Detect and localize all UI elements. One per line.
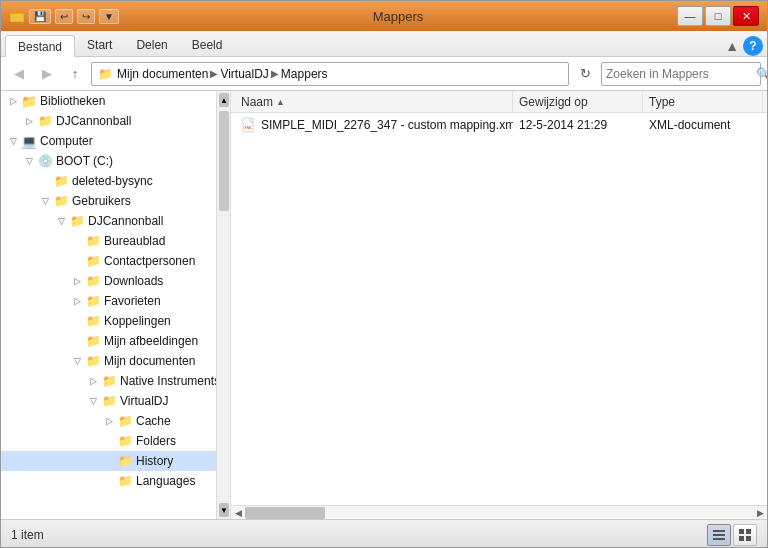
scroll-left-button[interactable]: ◀ bbox=[231, 506, 245, 520]
app-icon bbox=[9, 8, 25, 24]
address-bar: ◀ ▶ ↑ 📁 Mijn documenten ▶ VirtualDJ ▶ Ma… bbox=[1, 57, 767, 91]
folder-icon: 📁 bbox=[85, 333, 101, 349]
sidebar-label: VirtualDJ bbox=[120, 394, 168, 408]
scroll-track[interactable] bbox=[245, 506, 753, 519]
redo-button[interactable]: ↪ bbox=[77, 9, 95, 24]
folder-icon: 📁 bbox=[53, 173, 69, 189]
expand-icon-empty bbox=[101, 433, 117, 449]
sidebar-item-boot-c[interactable]: ▽ 💿 BOOT (C:) bbox=[1, 151, 216, 171]
expand-icon[interactable]: ▷ bbox=[5, 93, 21, 109]
sidebar-item-deleted-bysync[interactable]: 📁 deleted-bysync bbox=[1, 171, 216, 191]
quick-access-more[interactable]: ▼ bbox=[99, 9, 119, 24]
sidebar-item-gebruikers[interactable]: ▽ 📁 Gebruikers bbox=[1, 191, 216, 211]
minimize-button[interactable]: — bbox=[677, 6, 703, 26]
undo-button[interactable]: ↩ bbox=[55, 9, 73, 24]
ribbon-right: ▲ ? bbox=[725, 36, 763, 56]
expand-icon-empty bbox=[101, 473, 117, 489]
save-button[interactable]: 💾 bbox=[29, 9, 51, 24]
path-segment-1[interactable]: VirtualDJ ▶ bbox=[220, 67, 280, 81]
details-view-button[interactable] bbox=[707, 524, 731, 546]
expand-icon[interactable]: ▷ bbox=[69, 293, 85, 309]
sidebar-item-bibliotheken[interactable]: ▷ 📁 Bibliotheken bbox=[1, 91, 216, 111]
expand-icon[interactable]: ▷ bbox=[21, 113, 37, 129]
forward-button[interactable]: ▶ bbox=[35, 62, 59, 86]
scroll-right-button[interactable]: ▶ bbox=[753, 506, 767, 520]
tab-start[interactable]: Start bbox=[75, 34, 124, 56]
col-header-type[interactable]: Type bbox=[643, 91, 763, 112]
window-title: Mappers bbox=[119, 9, 677, 24]
svg-rect-8 bbox=[739, 536, 744, 541]
sidebar-item-languages[interactable]: 📁 Languages bbox=[1, 471, 216, 491]
large-icon-view-button[interactable] bbox=[733, 524, 757, 546]
folder-icon: 📁 bbox=[117, 453, 133, 469]
svg-rect-5 bbox=[713, 538, 725, 540]
sidebar-item-history[interactable]: 📁 History bbox=[1, 451, 216, 471]
sidebar-scrollbar[interactable]: ▲ ▼ bbox=[216, 91, 230, 519]
sidebar-label: Koppelingen bbox=[104, 314, 171, 328]
svg-rect-0 bbox=[10, 13, 24, 22]
help-button[interactable]: ? bbox=[743, 36, 763, 56]
sidebar-item-folders[interactable]: 📁 Folders bbox=[1, 431, 216, 451]
sort-arrow: ▲ bbox=[276, 97, 285, 107]
file-name-cell: XML SIMPLE_MIDI_2276_347 - custom mappin… bbox=[235, 117, 513, 133]
close-button[interactable]: ✕ bbox=[733, 6, 759, 26]
sidebar-item-computer[interactable]: ▽ 💻 Computer bbox=[1, 131, 216, 151]
col-header-name[interactable]: Naam ▲ bbox=[235, 91, 513, 112]
tab-beeld[interactable]: Beeld bbox=[180, 34, 235, 56]
folder-icon: 📁 bbox=[117, 433, 133, 449]
view-buttons bbox=[707, 524, 757, 546]
expand-icon[interactable]: ▽ bbox=[21, 153, 37, 169]
refresh-button[interactable]: ↻ bbox=[573, 62, 597, 86]
sidebar-item-downloads[interactable]: ▷ 📁 Downloads bbox=[1, 271, 216, 291]
file-date-cell: 12-5-2014 21:29 bbox=[513, 118, 643, 132]
tab-delen[interactable]: Delen bbox=[124, 34, 179, 56]
sidebar-item-koppelingen[interactable]: 📁 Koppelingen bbox=[1, 311, 216, 331]
ribbon-collapse-arrow[interactable]: ▲ bbox=[725, 38, 739, 54]
sidebar-item-favorieten[interactable]: ▷ 📁 Favorieten bbox=[1, 291, 216, 311]
sidebar-label: Favorieten bbox=[104, 294, 161, 308]
sidebar-label: Downloads bbox=[104, 274, 163, 288]
path-segment-0[interactable]: Mijn documenten ▶ bbox=[117, 67, 220, 81]
ribbon-tabs: Bestand Start Delen Beeld ▲ ? bbox=[1, 31, 767, 57]
scroll-thumb[interactable] bbox=[245, 507, 325, 519]
horizontal-scrollbar[interactable]: ◀ ▶ bbox=[231, 505, 767, 519]
sidebar-label: BOOT (C:) bbox=[56, 154, 113, 168]
search-box[interactable]: 🔍 bbox=[601, 62, 761, 86]
expand-icon[interactable]: ▽ bbox=[69, 353, 85, 369]
col-header-modified[interactable]: Gewijzigd op bbox=[513, 91, 643, 112]
expand-icon[interactable]: ▷ bbox=[101, 413, 117, 429]
computer-icon: 💻 bbox=[21, 133, 37, 149]
sidebar-item-native-instruments[interactable]: ▷ 📁 Native Instruments bbox=[1, 371, 216, 391]
expand-icon[interactable]: ▽ bbox=[53, 213, 69, 229]
expand-icon[interactable]: ▽ bbox=[5, 133, 21, 149]
address-path[interactable]: 📁 Mijn documenten ▶ VirtualDJ ▶ Mappers bbox=[91, 62, 569, 86]
sidebar-item-virtualdj[interactable]: ▽ 📁 VirtualDJ bbox=[1, 391, 216, 411]
expand-icon[interactable]: ▷ bbox=[69, 273, 85, 289]
folder-icon: 📁 bbox=[85, 233, 101, 249]
back-button[interactable]: ◀ bbox=[7, 62, 31, 86]
sidebar-item-djcannonball2[interactable]: ▽ 📁 DJCannonball bbox=[1, 211, 216, 231]
sidebar-item-bureaublad[interactable]: 📁 Bureaublad bbox=[1, 231, 216, 251]
sidebar-label: Computer bbox=[40, 134, 93, 148]
folder-icon: 📁 bbox=[85, 273, 101, 289]
path-folder-icon: 📁 bbox=[98, 67, 113, 81]
expand-icon[interactable]: ▽ bbox=[85, 393, 101, 409]
sidebar-item-mijn-afbeeldingen[interactable]: 📁 Mijn afbeeldingen bbox=[1, 331, 216, 351]
sidebar-item-cache[interactable]: ▷ 📁 Cache bbox=[1, 411, 216, 431]
path-segment-2[interactable]: Mappers bbox=[281, 67, 328, 81]
table-row[interactable]: XML SIMPLE_MIDI_2276_347 - custom mappin… bbox=[231, 113, 767, 137]
search-input[interactable] bbox=[606, 67, 756, 81]
up-button[interactable]: ↑ bbox=[63, 62, 87, 86]
expand-icon[interactable]: ▽ bbox=[37, 193, 53, 209]
item-count: 1 item bbox=[11, 528, 44, 542]
expand-icon-empty bbox=[69, 333, 85, 349]
sidebar-label: Bureaublad bbox=[104, 234, 165, 248]
maximize-button[interactable]: □ bbox=[705, 6, 731, 26]
expand-icon[interactable]: ▷ bbox=[85, 373, 101, 389]
sidebar-item-djcannonball[interactable]: ▷ 📁 DJCannonball bbox=[1, 111, 216, 131]
tab-bestand[interactable]: Bestand bbox=[5, 35, 75, 57]
sidebar-item-mijn-documenten[interactable]: ▽ 📁 Mijn documenten bbox=[1, 351, 216, 371]
sidebar-label: Contactpersonen bbox=[104, 254, 195, 268]
svg-rect-4 bbox=[713, 534, 725, 536]
sidebar-item-contactpersonen[interactable]: 📁 Contactpersonen bbox=[1, 251, 216, 271]
